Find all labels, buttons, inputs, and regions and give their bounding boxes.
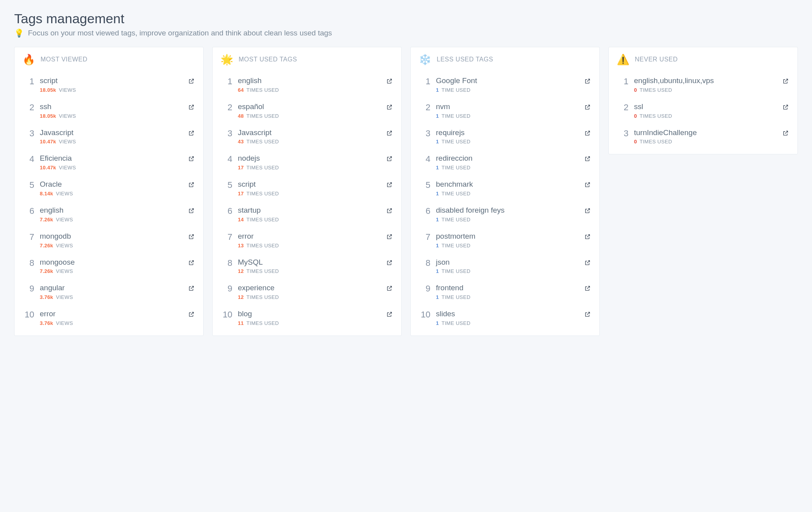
external-link-icon[interactable]	[584, 129, 591, 137]
external-link-icon[interactable]	[187, 77, 195, 85]
external-link-icon[interactable]	[386, 155, 393, 163]
item-name[interactable]: postmortem	[436, 232, 578, 241]
external-link-icon[interactable]	[187, 103, 195, 111]
item-name[interactable]: blog	[238, 310, 380, 319]
item-body: mongodb7.26k VIEWS	[40, 232, 182, 249]
item-name[interactable]: redireccion	[436, 154, 578, 163]
item-suffix: VIEWS	[56, 268, 73, 274]
item-body: MySQL12 TIMES USED	[238, 258, 380, 275]
item-name[interactable]: nodejs	[238, 154, 380, 163]
item-name[interactable]: MySQL	[238, 258, 380, 267]
column-most-viewed: 🔥MOST VIEWED1script18.05k VIEWS2ssh18.05…	[14, 47, 204, 336]
external-link-icon[interactable]	[187, 310, 195, 318]
list-item: 6disabled foreign feys1 TIME USED	[419, 202, 591, 228]
item-name[interactable]: nvm	[436, 102, 578, 111]
external-link-icon[interactable]	[386, 259, 393, 267]
item-name[interactable]: Javascript	[238, 128, 380, 137]
external-link-icon[interactable]	[386, 77, 393, 85]
item-count: 1	[436, 320, 439, 326]
item-body: error13 TIMES USED	[238, 232, 380, 249]
external-link-icon[interactable]	[584, 284, 591, 292]
item-meta: 0 TIMES USED	[634, 139, 776, 145]
item-name[interactable]: angular	[40, 284, 182, 293]
item-name[interactable]: error	[40, 310, 182, 319]
item-name[interactable]: ssh	[40, 102, 182, 111]
columns-container: 🔥MOST VIEWED1script18.05k VIEWS2ssh18.05…	[14, 47, 798, 336]
external-link-icon[interactable]	[584, 77, 591, 85]
item-suffix: VIEWS	[56, 217, 73, 223]
external-link-icon[interactable]	[782, 129, 790, 137]
external-link-icon[interactable]	[386, 181, 393, 189]
item-name[interactable]: experience	[238, 284, 380, 293]
item-body: Javascript43 TIMES USED	[238, 128, 380, 145]
external-link-icon[interactable]	[187, 233, 195, 241]
lightbulb-icon: 💡	[14, 29, 24, 37]
item-meta: 1 TIME USED	[436, 243, 578, 249]
item-meta: 11 TIMES USED	[238, 320, 380, 326]
item-name[interactable]: Oracle	[40, 180, 182, 189]
external-link-icon[interactable]	[187, 207, 195, 215]
item-name[interactable]: startup	[238, 206, 380, 215]
item-meta: 48 TIMES USED	[238, 113, 380, 119]
item-name[interactable]: requirejs	[436, 128, 578, 137]
external-link-icon[interactable]	[386, 284, 393, 292]
column-less-used: ❄️LESS USED TAGS1Google Font1 TIME USED2…	[410, 47, 600, 336]
item-suffix: TIME USED	[441, 165, 470, 171]
external-link-icon[interactable]	[386, 310, 393, 318]
list-item: 9frontend1 TIME USED	[419, 280, 591, 306]
external-link-icon[interactable]	[584, 259, 591, 267]
external-link-icon[interactable]	[584, 207, 591, 215]
item-meta: 3.76k VIEWS	[40, 294, 182, 300]
item-name[interactable]: ssl	[634, 102, 776, 111]
item-count: 18.05k	[40, 113, 56, 119]
external-link-icon[interactable]	[187, 284, 195, 292]
external-link-icon[interactable]	[584, 155, 591, 163]
external-link-icon[interactable]	[782, 103, 790, 111]
external-link-icon[interactable]	[584, 310, 591, 318]
item-name[interactable]: slides	[436, 310, 578, 319]
item-name[interactable]: mongoose	[40, 258, 182, 267]
external-link-icon[interactable]	[386, 207, 393, 215]
item-name[interactable]: english,ubuntu,linux,vps	[634, 76, 776, 85]
item-rank: 6	[22, 206, 34, 216]
item-count: 1	[436, 165, 439, 171]
item-name[interactable]: benchmark	[436, 180, 578, 189]
item-name[interactable]: turnIndieChallenge	[634, 128, 776, 137]
item-name[interactable]: frontend	[436, 284, 578, 293]
item-name[interactable]: Google Font	[436, 76, 578, 85]
external-link-icon[interactable]	[187, 181, 195, 189]
item-body: disabled foreign feys1 TIME USED	[436, 206, 578, 223]
item-name[interactable]: script	[40, 76, 182, 85]
item-rank: 9	[22, 284, 34, 294]
external-link-icon[interactable]	[386, 233, 393, 241]
item-name[interactable]: Javascript	[40, 128, 182, 137]
item-name[interactable]: Eficiencia	[40, 154, 182, 163]
item-rank: 6	[221, 206, 232, 216]
external-link-icon[interactable]	[386, 129, 393, 137]
list-item: 2ssh18.05k VIEWS	[22, 98, 195, 124]
item-name[interactable]: disabled foreign feys	[436, 206, 578, 215]
item-name[interactable]: script	[238, 180, 380, 189]
list-item: 9angular3.76k VIEWS	[22, 280, 195, 306]
column-header: 🔥MOST VIEWED	[22, 54, 195, 65]
item-name[interactable]: json	[436, 258, 578, 267]
external-link-icon[interactable]	[187, 155, 195, 163]
item-name[interactable]: error	[238, 232, 380, 241]
external-link-icon[interactable]	[782, 77, 790, 85]
item-name[interactable]: mongodb	[40, 232, 182, 241]
item-name[interactable]: español	[238, 102, 380, 111]
item-name[interactable]: english	[238, 76, 380, 85]
item-meta: 43 TIMES USED	[238, 139, 380, 145]
item-name[interactable]: english	[40, 206, 182, 215]
external-link-icon[interactable]	[584, 103, 591, 111]
item-body: frontend1 TIME USED	[436, 284, 578, 300]
item-rank: 10	[22, 310, 34, 320]
column-header: ❄️LESS USED TAGS	[419, 54, 591, 65]
column-title: MOST VIEWED	[41, 56, 87, 63]
external-link-icon[interactable]	[584, 181, 591, 189]
item-body: error3.76k VIEWS	[40, 310, 182, 326]
external-link-icon[interactable]	[584, 233, 591, 241]
external-link-icon[interactable]	[187, 129, 195, 137]
external-link-icon[interactable]	[386, 103, 393, 111]
external-link-icon[interactable]	[187, 259, 195, 267]
